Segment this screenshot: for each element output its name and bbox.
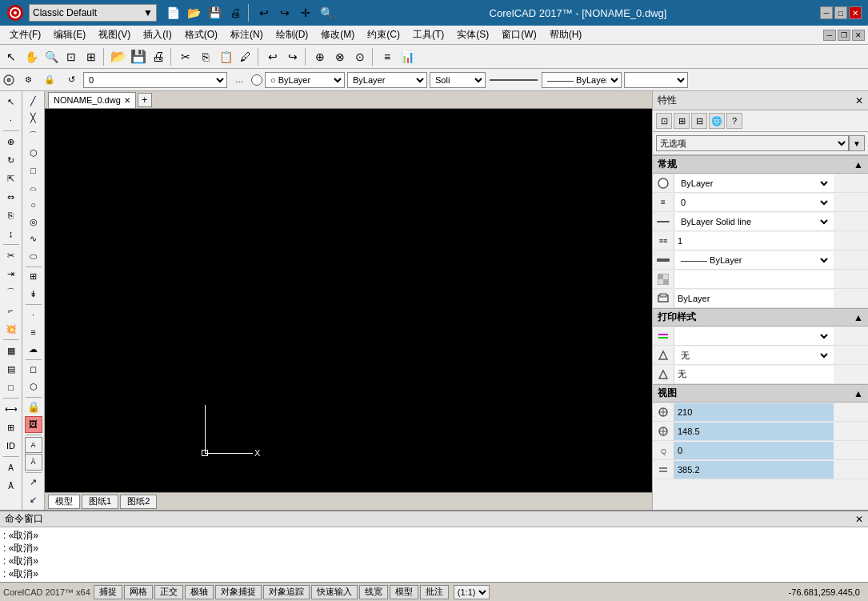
tb-save-btn2[interactable]: 💾 (129, 47, 148, 66)
menu-solid[interactable]: 实体(S) (450, 26, 495, 43)
ltb2-point-btn[interactable]: · (25, 307, 42, 323)
view-section-header[interactable]: 视图 ▲ (653, 384, 868, 403)
linetype-row-value[interactable]: ByLayer Solid line (674, 213, 834, 230)
ltb-text-btn[interactable]: A (2, 459, 20, 476)
close-btn[interactable]: ✕ (849, 6, 862, 19)
pan-btn[interactable]: ✛ (296, 3, 315, 22)
rp-tb-btn1[interactable]: ⊡ (656, 113, 672, 129)
tb-snap2-btn[interactable]: ⊗ (330, 47, 350, 66)
tb-pan2-btn[interactable]: ✋ (22, 47, 41, 66)
ltb-fillet-btn[interactable]: ⌒ (2, 283, 20, 301)
layer-lock-btn[interactable]: 🔒 (40, 70, 59, 90)
menu-format[interactable]: 格式(O) (178, 26, 224, 43)
tb-select-btn[interactable]: ↖ (2, 47, 21, 66)
ltb-offset-btn[interactable]: ↨ (2, 225, 20, 242)
layout1-tab[interactable]: 图纸1 (82, 495, 118, 509)
properties-close-btn[interactable]: ✕ (855, 95, 863, 106)
ltb2-insert-btn[interactable]: ↡ (25, 286, 42, 303)
ps-row2-value[interactable]: 无 (674, 347, 834, 364)
menu-file[interactable]: 文件(F) (3, 26, 47, 43)
command-window-body[interactable]: : «取消» : «取消» : «取消» : «取消» (0, 527, 868, 582)
ltb2-text-a-btn[interactable]: A (25, 437, 42, 454)
ltb2-donut-btn[interactable]: ◎ (25, 214, 42, 230)
menu-annotation[interactable]: 标注(N) (224, 26, 270, 43)
ltb2-spline-btn[interactable]: ∿ (25, 231, 42, 248)
print-btn[interactable]: 🖨 (226, 3, 245, 22)
ltb-rotate-btn[interactable]: ↻ (2, 151, 20, 169)
menu-insert[interactable]: 插入(I) (137, 26, 178, 43)
linetype-select[interactable]: ByLayer Solid line (678, 213, 830, 230)
tb-zoom2-btn[interactable]: 🔍 (42, 47, 61, 66)
menu-view[interactable]: 视图(V) (92, 26, 137, 43)
grid-btn[interactable]: 网格 (124, 585, 153, 599)
snap-btn[interactable]: 捕捉 (94, 585, 122, 599)
osnap-btn[interactable]: 对象捕捉 (215, 585, 262, 599)
minimize-btn[interactable]: ─ (820, 6, 833, 19)
command-window-close-btn[interactable]: ✕ (855, 514, 863, 525)
tb-layers-btn[interactable]: ≡ (378, 47, 397, 66)
tb-copy-btn[interactable]: ⎘ (196, 47, 215, 66)
lweight-btn[interactable]: 线宽 (359, 585, 388, 599)
layout2-tab[interactable]: 图纸2 (120, 495, 157, 509)
ltb-point-btn[interactable]: · (2, 111, 20, 129)
tb-print-btn2[interactable]: 🖨 (149, 47, 168, 66)
ps-select1[interactable] (678, 327, 830, 345)
tb-paste-btn[interactable]: 📋 (216, 47, 235, 66)
layer-settings-btn[interactable]: ⚙ (18, 70, 38, 90)
tb-undo2-btn[interactable]: ↩ (263, 47, 282, 66)
lineweight-row-value[interactable]: ——— ByLayer (674, 251, 834, 269)
lineweight-selector[interactable]: ——— ByLayer (542, 72, 622, 88)
color-row-value[interactable]: ByLayer (674, 174, 834, 192)
layer-selector[interactable]: 0 (83, 72, 227, 88)
otrack-btn[interactable]: 对象追踪 (263, 585, 310, 599)
layer-row-value[interactable]: 0 (674, 194, 834, 211)
properties-filter-expand[interactable]: ▼ (849, 135, 865, 151)
menu-modify[interactable]: 修改(M) (314, 26, 361, 43)
rp-tb-btn4[interactable]: 🌐 (709, 113, 725, 129)
menu-help[interactable]: 帮助(H) (543, 26, 589, 43)
ltb2-leader2-btn[interactable]: ↙ (25, 491, 42, 508)
ltb-explode-btn[interactable]: 💥 (2, 320, 20, 338)
ltb2-rect-btn[interactable]: □ (25, 162, 42, 178)
polar-btn[interactable]: 极轴 (185, 585, 214, 599)
ltb-wipeout-btn[interactable]: □ (2, 379, 20, 396)
properties-filter-select[interactable]: 无选项 (656, 135, 849, 151)
drawing-tab-noname[interactable]: NONAME_0.dwg ✕ (48, 92, 136, 108)
tb-redo2-btn[interactable]: ↪ (283, 47, 302, 66)
ltb2-xline-btn[interactable]: ╳ (25, 110, 42, 127)
ltb2-multiline-btn[interactable]: ≡ (25, 323, 42, 340)
tb-zoom-win-btn[interactable]: ⊡ (62, 47, 81, 66)
menu-edit[interactable]: 编辑(E) (47, 26, 92, 43)
model-btn[interactable]: 模型 (390, 585, 418, 599)
tb-props-btn[interactable]: 📊 (398, 47, 417, 66)
menu-constraint[interactable]: 约束(C) (361, 26, 406, 43)
undo-btn[interactable]: ↩ (254, 3, 274, 22)
doc-close-btn[interactable]: ✕ (852, 30, 865, 41)
workspace-dropdown[interactable]: Classic Default ▼ (29, 4, 157, 22)
tb-cut-btn[interactable]: ✂ (176, 47, 195, 66)
maximize-btn[interactable]: □ (834, 6, 847, 19)
ltb-gradient-btn[interactable]: ▤ (2, 360, 20, 378)
ltb-mtext-btn[interactable]: Ā (2, 477, 20, 495)
ltb-select-btn[interactable]: ↖ (2, 93, 20, 110)
new-file-btn[interactable]: 📄 (163, 3, 182, 22)
doc-min-btn[interactable]: ─ (823, 30, 836, 41)
ltb-area-btn[interactable]: ⊞ (2, 419, 20, 436)
ltb-id-btn[interactable]: ID (2, 437, 20, 455)
layer-browse-btn[interactable]: … (230, 70, 249, 90)
open-file-btn[interactable]: 📂 (184, 3, 203, 22)
color-selector[interactable]: ○ ByLayer (265, 72, 345, 88)
tab-close-btn[interactable]: ✕ (124, 96, 130, 105)
ltb2-pline-btn[interactable]: ⌒ (25, 127, 42, 144)
dynin-btn[interactable]: 快速输入 (311, 585, 358, 599)
tb-dist-btn[interactable]: ⊙ (350, 47, 370, 66)
tb-snap-btn[interactable]: ⊕ (310, 47, 330, 66)
scale-select[interactable]: (1:1) (454, 585, 490, 599)
ltb2-arc-btn[interactable]: ⌓ (25, 179, 42, 196)
rp-tb-btn3[interactable]: ⊟ (691, 113, 707, 129)
menu-tools[interactable]: 工具(T) (406, 26, 450, 43)
general-section-header[interactable]: 常规 ▲ (653, 155, 868, 174)
ltb-chamfer-btn[interactable]: ⌐ (2, 302, 20, 319)
save-btn[interactable]: 💾 (205, 3, 224, 22)
print-style-section-header[interactable]: 打印样式 ▲ (653, 308, 868, 327)
